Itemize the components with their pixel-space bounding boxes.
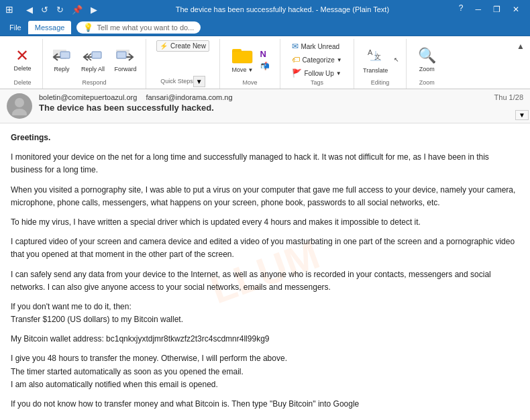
forward-button[interactable]: Forward — [111, 46, 140, 74]
zoom-icon: 🔍 — [418, 47, 436, 64]
close-btn[interactable]: ✕ — [507, 3, 525, 15]
forward-label: Forward — [115, 66, 137, 72]
mark-unread-icon: ✉ — [292, 42, 299, 51]
menu-message[interactable]: Message — [28, 21, 72, 34]
title-bar: ⊞ ◀ ↺ ↻ 📌 ▶ The device has been successf… — [0, 0, 530, 19]
ribbon-group-respond: Reply Reply All — [43, 39, 146, 89]
header-collapse-btn[interactable]: ▼ — [515, 110, 529, 120]
categorize-icon: 🏷 — [292, 55, 300, 64]
reply-label: Reply — [54, 66, 69, 72]
nav-redo-btn[interactable]: ↻ — [53, 3, 67, 16]
ribbon: ✕ Delete Delete Reply — [0, 36, 530, 89]
recipient-address: fansari@indorama.com.ng — [146, 93, 232, 101]
move-group-label: Move — [243, 79, 258, 87]
body-para-5: I can safely send any data from your dev… — [11, 268, 519, 294]
ribbon-group-editing: A 文 Translate ↖ Editing — [354, 39, 407, 89]
create-new-btn[interactable]: ⚡ Create New — [156, 40, 209, 52]
body-para-4: I captured video of your screen and came… — [11, 235, 519, 261]
help-icon[interactable]: ? — [459, 3, 464, 15]
tell-me-input[interactable]: 💡 Tell me what you want to do... — [76, 21, 201, 34]
lightning-icon: ⚡ — [160, 42, 168, 50]
ribbon-group-zoom: 🔍 Zoom Zoom — [407, 39, 447, 89]
ribbon-collapse-btn[interactable]: ▲ — [517, 42, 525, 51]
quicksteps-group-label: Quick Steps — [160, 78, 193, 86]
nav-undo-btn[interactable]: ↺ — [38, 3, 52, 16]
sender-avatar — [7, 93, 32, 119]
delete-label: Delete — [13, 65, 31, 72]
svg-rect-7 — [117, 52, 126, 58]
restore-btn[interactable]: ❐ — [488, 3, 506, 15]
nav-back-btn[interactable]: ◀ — [23, 3, 36, 16]
editing-buttons: A 文 Translate ↖ — [360, 40, 401, 79]
move-stacked-1[interactable]: N — [258, 48, 272, 60]
body-para-7: My Bitcoin wallet address: bc1qnkxjyxtdj… — [11, 333, 519, 346]
body-para-0: Greetings. — [11, 132, 519, 144]
lightbulb-icon: 💡 — [83, 23, 93, 32]
tags-buttons: ✉ Mark Unread 🏷 Categorize ▼ 🚩 Follow Up… — [289, 40, 344, 79]
quicksteps-dropdown-btn[interactable]: ▼ — [193, 76, 205, 87]
body-para-1: I monitored your device on the net for a… — [11, 151, 519, 176]
zoom-group-label: Zoom — [419, 79, 435, 87]
reply-all-label: Reply All — [81, 66, 105, 72]
svg-rect-2 — [60, 52, 70, 58]
delete-group-label: Delete — [13, 79, 31, 87]
body-para-3: To hide my virus, I have written a speci… — [11, 216, 519, 229]
ribbon-group-move: Move ▼ N 📬 Move — [220, 39, 280, 89]
delete-buttons: ✕ Delete — [10, 40, 34, 79]
create-new-label: Create New — [170, 42, 206, 50]
greeting-text: Greetings. — [11, 133, 50, 142]
zoom-buttons: 🔍 Zoom — [415, 40, 439, 79]
ribbon-group-delete: ✕ Delete Delete — [3, 39, 43, 89]
minimize-btn[interactable]: ─ — [470, 3, 486, 15]
reply-all-icon — [83, 48, 104, 64]
ribbon-group-quicksteps: ⚡ Create New Quick Steps ▼ — [146, 39, 220, 89]
move-buttons: Move ▼ N 📬 — [229, 40, 272, 79]
follow-up-button[interactable]: 🚩 Follow Up ▼ — [289, 67, 343, 79]
email-content: Greetings. I monitored your device on th… — [11, 132, 519, 411]
translate-button[interactable]: A 文 Translate — [360, 44, 391, 76]
zoom-button[interactable]: 🔍 Zoom — [415, 45, 439, 74]
email-from-line: boletin@comitepuertoazul.org fansari@ind… — [39, 93, 488, 101]
sender-address: boletin@comitepuertoazul.org — [39, 93, 137, 101]
move-button[interactable]: Move ▼ — [229, 44, 257, 75]
onenote-icon: N — [260, 49, 266, 59]
email-date: Thu 1/28 — [494, 93, 523, 101]
email-meta: boletin@comitepuertoazul.org fansari@ind… — [39, 93, 488, 113]
envelope-icon: 📬 — [260, 62, 270, 70]
svg-text:A: A — [368, 48, 373, 56]
categorize-label: Categorize — [302, 56, 334, 64]
ribbon-collapse-area: ▲ — [514, 39, 527, 89]
editing-group-label: Editing — [371, 79, 390, 87]
title-bar-nav: ◀ ↺ ↻ 📌 ▶ — [23, 3, 101, 16]
followup-dropdown-icon: ▼ — [336, 70, 341, 76]
reply-icon — [52, 48, 71, 64]
svg-point-14 — [12, 109, 27, 115]
menu-bar: File Message 💡 Tell me what you want to … — [0, 19, 530, 36]
editing-options-btn[interactable]: ↖ — [392, 55, 401, 64]
tell-me-text: Tell me what you want to do... — [97, 23, 194, 32]
move-stacked-2[interactable]: 📬 — [258, 61, 272, 71]
body-para-6: If you don't want me to do it, then:Tran… — [11, 301, 519, 326]
reply-button[interactable]: Reply — [48, 46, 75, 74]
tags-group-label: Tags — [311, 79, 323, 87]
categorize-button[interactable]: 🏷 Categorize ▼ — [289, 54, 344, 66]
translate-label: Translate — [363, 67, 388, 74]
nav-pin-btn[interactable]: 📌 — [68, 3, 86, 16]
mark-unread-button[interactable]: ✉ Mark Unread — [289, 40, 342, 52]
menu-file[interactable]: File — [3, 21, 28, 34]
zoom-label: Zoom — [419, 66, 435, 72]
body-para-9: If you do not know how to transfer money… — [11, 398, 519, 411]
ribbon-group-tags: ✉ Mark Unread 🏷 Categorize ▼ 🚩 Follow Up… — [280, 39, 354, 89]
quicksteps-buttons: ⚡ Create New — [156, 40, 209, 74]
nav-forward-btn[interactable]: ▶ — [87, 3, 101, 16]
move-label: Move — [232, 66, 247, 73]
forward-icon — [115, 48, 136, 64]
email-body-scroll[interactable]: LLUM Greetings. I monitored your device … — [0, 123, 530, 420]
flag-icon: 🚩 — [292, 68, 302, 78]
delete-button[interactable]: ✕ Delete — [10, 46, 34, 74]
respond-group-label: Respond — [82, 79, 106, 87]
email-header: boletin@comitepuertoazul.org fansari@ind… — [0, 89, 530, 123]
reply-all-button[interactable]: Reply All — [78, 46, 108, 74]
svg-point-13 — [15, 98, 24, 107]
body-para-8: I give you 48 hours to transfer the mone… — [11, 352, 519, 391]
